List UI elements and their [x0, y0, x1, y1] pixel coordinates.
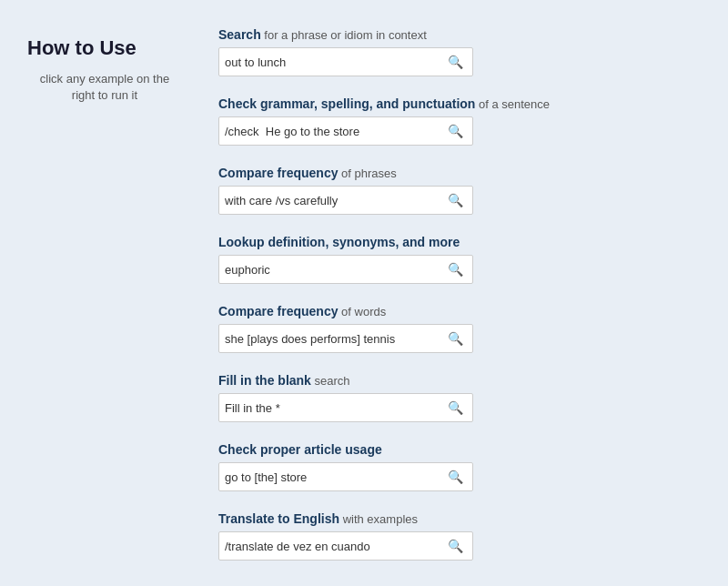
section-title-normal-compare-frequency-words: of words [338, 305, 386, 318]
section-check-article: Check proper article usage🔍 [218, 442, 692, 491]
search-button-compare-frequency-phrases[interactable]: 🔍 [444, 191, 467, 209]
search-input-lookup-definition[interactable] [225, 263, 444, 277]
section-title-compare-frequency-words: Compare frequency of words [218, 304, 692, 318]
search-icon-check-article: 🔍 [448, 470, 463, 484]
search-icon-translate: 🔍 [448, 539, 463, 553]
section-title-bold-lookup-definition: Lookup definition, synonyms, and more [218, 235, 460, 249]
sidebar-title: How to Use [27, 36, 182, 60]
search-input-fill-in-blank[interactable] [225, 401, 444, 415]
search-input-compare-frequency-phrases[interactable] [225, 194, 444, 207]
section-lookup-definition: Lookup definition, synonyms, and more🔍 [218, 235, 692, 284]
section-title-bold-translate: Translate to English [218, 511, 339, 526]
search-button-fill-in-blank[interactable]: 🔍 [444, 399, 467, 417]
section-title-bold-fill-in-blank: Fill in the blank [218, 373, 311, 388]
section-title-bold-compare-frequency-words: Compare frequency [218, 304, 338, 318]
search-button-check-grammar[interactable]: 🔍 [444, 122, 467, 140]
input-row-lookup-definition[interactable]: 🔍 [218, 255, 473, 284]
search-input-compare-frequency-words[interactable] [225, 332, 444, 346]
search-button-check-article[interactable]: 🔍 [444, 468, 467, 486]
section-title-normal-check-grammar: of a sentence [475, 97, 550, 111]
input-row-compare-frequency-words[interactable]: 🔍 [218, 324, 473, 353]
search-input-translate[interactable] [225, 540, 444, 553]
section-title-normal-fill-in-blank: search [311, 374, 350, 388]
search-button-lookup-definition[interactable]: 🔍 [444, 260, 467, 278]
section-title-translate: Translate to English with examples [218, 511, 692, 526]
section-title-search-phrase: Search for a phrase or idiom in context [218, 27, 692, 42]
section-title-fill-in-blank: Fill in the blank search [218, 373, 692, 388]
section-title-normal-compare-frequency-phrases: of phrases [338, 167, 396, 180]
input-row-translate[interactable]: 🔍 [218, 531, 473, 561]
page-container: How to Use click any example on the righ… [0, 0, 728, 586]
section-title-normal-search-phrase: for a phrase or idiom in context [261, 28, 427, 42]
search-button-compare-frequency-words[interactable]: 🔍 [444, 329, 467, 348]
section-title-check-article: Check proper article usage [218, 442, 692, 457]
section-title-lookup-definition: Lookup definition, synonyms, and more [218, 235, 692, 249]
section-title-bold-check-grammar: Check grammar, spelling, and punctuation [218, 96, 475, 111]
input-row-search-phrase[interactable]: 🔍 [218, 47, 473, 76]
input-row-check-grammar[interactable]: 🔍 [218, 116, 473, 146]
search-icon-compare-frequency-words: 🔍 [448, 331, 463, 346]
search-icon-fill-in-blank: 🔍 [448, 400, 463, 415]
search-input-search-phrase[interactable] [225, 56, 444, 69]
section-compare-frequency-phrases: Compare frequency of phrases🔍 [218, 166, 692, 215]
section-title-normal-translate: with examples [339, 512, 418, 526]
section-fill-in-blank: Fill in the blank search🔍 [218, 373, 692, 422]
search-icon-compare-frequency-phrases: 🔍 [448, 193, 463, 207]
search-input-check-article[interactable] [225, 470, 444, 484]
section-translate: Translate to English with examples🔍 [218, 511, 692, 561]
search-icon-check-grammar: 🔍 [448, 124, 463, 138]
section-title-bold-check-article: Check proper article usage [218, 442, 382, 457]
input-row-compare-frequency-phrases[interactable]: 🔍 [218, 186, 473, 215]
sidebar: How to Use click any example on the righ… [0, 18, 200, 586]
sidebar-subtitle: click any example on the right to run it [27, 71, 182, 104]
input-row-check-article[interactable]: 🔍 [218, 462, 473, 491]
main-content: Search for a phrase or idiom in context🔍… [200, 18, 728, 586]
search-icon-lookup-definition: 🔍 [448, 262, 463, 277]
section-title-compare-frequency-phrases: Compare frequency of phrases [218, 166, 692, 180]
section-search-phrase: Search for a phrase or idiom in context🔍 [218, 27, 692, 76]
search-button-search-phrase[interactable]: 🔍 [444, 53, 467, 71]
section-title-bold-compare-frequency-phrases: Compare frequency [218, 166, 338, 180]
search-button-translate[interactable]: 🔍 [444, 537, 467, 555]
section-title-check-grammar: Check grammar, spelling, and punctuation… [218, 96, 692, 111]
input-row-fill-in-blank[interactable]: 🔍 [218, 393, 473, 422]
section-compare-frequency-words: Compare frequency of words🔍 [218, 304, 692, 353]
section-check-grammar: Check grammar, spelling, and punctuation… [218, 96, 692, 146]
section-title-bold-search-phrase: Search [218, 27, 261, 42]
search-icon-search-phrase: 🔍 [448, 55, 463, 69]
search-input-check-grammar[interactable] [225, 125, 444, 138]
